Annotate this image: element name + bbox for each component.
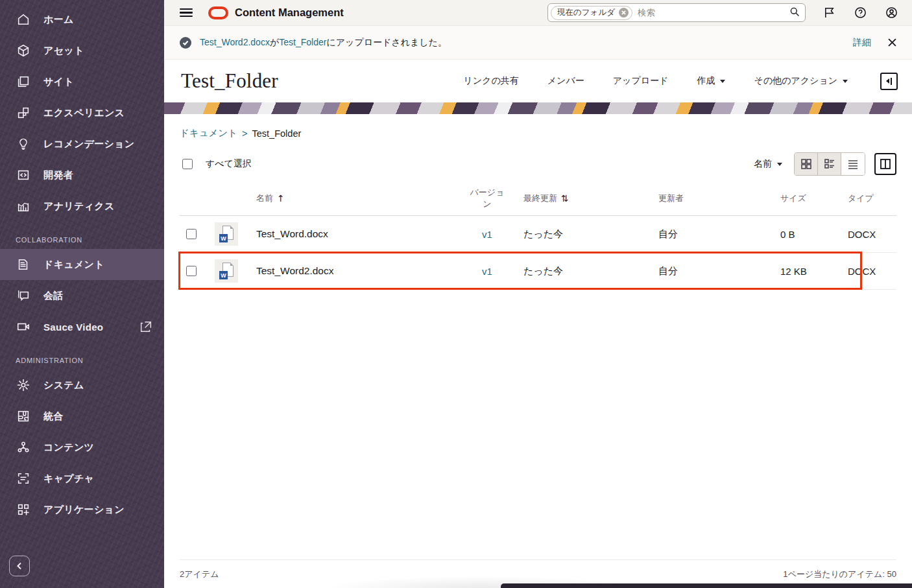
chevron-down-icon (720, 80, 725, 83)
table-row-highlighted[interactable]: W Test_Word2.docx v1 たった今 自分 12 KB DOCX (180, 253, 896, 290)
grid-view-icon (800, 158, 812, 170)
sidebar-item-label: 会話 (43, 290, 64, 302)
members-button[interactable]: メンバー (547, 75, 584, 87)
help-icon[interactable] (854, 6, 867, 19)
sort-both-icon: ⇅ (561, 193, 569, 204)
conversations-icon (16, 288, 31, 303)
search-box[interactable]: 現在のフォルダ (547, 3, 806, 22)
updated-by: 自分 (658, 265, 780, 277)
breadcrumb-root-link[interactable]: ドキュメント (180, 127, 237, 139)
sidebar-item-recommendations[interactable]: レコメンデーション (0, 128, 164, 159)
detail-list-view-icon (824, 158, 835, 170)
version-link[interactable]: v1 (482, 266, 492, 277)
share-link-button[interactable]: リンクの共有 (463, 75, 518, 87)
file-type: DOCX (848, 266, 880, 277)
sidebar-collapse-button[interactable] (9, 556, 30, 576)
sidebar-item-sites[interactable]: サイト (0, 66, 164, 97)
breadcrumb: ドキュメント > Test_Folder (180, 127, 896, 139)
sidebar-item-system[interactable]: システム (0, 370, 164, 401)
column-header-size: サイズ (780, 193, 848, 204)
sidebar-item-label: エクスペリエンス (43, 107, 125, 119)
sort-dropdown[interactable]: 名前 (754, 158, 782, 170)
split-pane-button[interactable] (874, 153, 896, 175)
upload-button[interactable]: アップロード (613, 75, 669, 87)
file-size: 0 B (780, 229, 848, 240)
collapse-panel-button[interactable] (880, 73, 898, 90)
create-button[interactable]: 作成 (697, 75, 725, 87)
success-check-icon (180, 37, 191, 49)
lightbulb-icon (16, 136, 31, 152)
experiences-icon (16, 105, 31, 121)
sidebar-item-documents[interactable]: ドキュメント (0, 249, 164, 280)
select-all-checkbox[interactable] (182, 159, 193, 169)
column-header-name[interactable]: 名前↑ (256, 193, 451, 204)
topbar: Content Management 現在のフォルダ (164, 0, 912, 26)
main-area: Content Management 現在のフォルダ (164, 0, 912, 588)
sidebar-item-experiences[interactable]: エクスペリエンス (0, 97, 164, 128)
notification-folder-link[interactable]: Test_Folder (279, 37, 326, 47)
sidebar: ホーム アセット サイト エクスペリエンス レコメンデーション 開発者 アナリテ… (0, 0, 164, 588)
column-header-version: バージョン (468, 187, 506, 209)
list-toolbar: すべて選択 名前 (180, 152, 896, 176)
breadcrumb-current: Test_Folder (252, 128, 302, 139)
file-name[interactable]: Test_Word.docx (256, 228, 451, 240)
notification-file-link[interactable]: Test_Word2.docx (200, 37, 270, 47)
sidebar-item-sauce-video[interactable]: Sauce Video (0, 311, 164, 342)
documents-icon (16, 257, 31, 272)
column-header-updater: 更新者 (658, 193, 780, 204)
grid-view-button[interactable] (795, 153, 818, 175)
sidebar-item-label: キャプチャ (43, 473, 94, 485)
chevron-down-icon (843, 80, 848, 83)
notification-details-link[interactable]: 詳細 (853, 37, 871, 49)
list-view-button[interactable] (841, 153, 865, 175)
gear-icon (16, 377, 31, 393)
table-row[interactable]: W Test_Word.docx v1 たった今 自分 0 B DOCX (180, 216, 896, 253)
integrations-puzzle-icon (16, 408, 31, 424)
sidebar-item-conversations[interactable]: 会話 (0, 280, 164, 311)
close-icon[interactable] (888, 38, 896, 47)
hamburger-menu-icon[interactable] (180, 8, 193, 18)
sidebar-item-integrations[interactable]: 統合 (0, 401, 164, 432)
search-icon[interactable] (789, 6, 800, 19)
bottom-window-edge (501, 583, 912, 588)
sidebar-item-label: 統合 (43, 410, 64, 423)
column-header-type: タイプ (848, 193, 880, 204)
column-header-updated[interactable]: 最終更新⇅ (523, 193, 658, 204)
more-actions-button[interactable]: その他のアクション (754, 75, 848, 87)
sidebar-item-content[interactable]: コンテンツ (0, 432, 164, 463)
sidebar-item-home[interactable]: ホーム (0, 4, 164, 35)
sidebar-item-applications[interactable]: アプリケーション (0, 494, 164, 525)
file-table: 名前↑ バージョン 最終更新⇅ 更新者 サイズ タイプ W Test_Word.… (180, 185, 896, 290)
file-name[interactable]: Test_Word2.docx (256, 265, 451, 277)
chevron-down-icon (777, 163, 782, 166)
row-checkbox[interactable] (186, 229, 197, 239)
sidebar-item-capture[interactable]: キャプチャ (0, 463, 164, 494)
chevron-left-icon (886, 78, 889, 84)
home-icon (16, 12, 31, 27)
row-checkbox[interactable] (186, 266, 197, 276)
sidebar-item-label: 開発者 (43, 169, 73, 182)
flag-icon[interactable] (823, 6, 835, 19)
sidebar-item-assets[interactable]: アセット (0, 35, 164, 66)
updated-by: 自分 (658, 228, 780, 241)
avatar-icon[interactable] (885, 6, 898, 19)
sidebar-item-developer[interactable]: 開発者 (0, 159, 164, 191)
content-area: ドキュメント > Test_Folder すべて選択 名前 (164, 114, 912, 588)
notification-text-suffix: にアップロードされました。 (326, 37, 447, 47)
chip-remove-icon[interactable] (619, 8, 629, 18)
table-header-row: 名前↑ バージョン 最終更新⇅ 更新者 サイズ タイプ (180, 185, 896, 216)
sidebar-item-label: レコメンデーション (43, 138, 135, 150)
sidebar-item-analytics[interactable]: アナリティクス (0, 191, 164, 222)
search-scope-chip[interactable]: 現在のフォルダ (551, 6, 632, 20)
sites-icon (16, 74, 31, 89)
version-link[interactable]: v1 (482, 229, 492, 240)
app-title: Content Management (235, 6, 344, 19)
external-link-icon (138, 319, 154, 335)
notification-message: Test_Word2.docxがTest_Folderにアップロードされました。 (200, 37, 447, 49)
sidebar-item-label: ホーム (43, 14, 74, 26)
list-view-icon (847, 158, 859, 170)
detail-list-view-button[interactable] (818, 153, 841, 175)
applications-grid-icon (16, 502, 31, 517)
notification-banner: Test_Word2.docxがTest_Folderにアップロードされました。… (164, 26, 912, 60)
search-input[interactable] (638, 8, 784, 18)
